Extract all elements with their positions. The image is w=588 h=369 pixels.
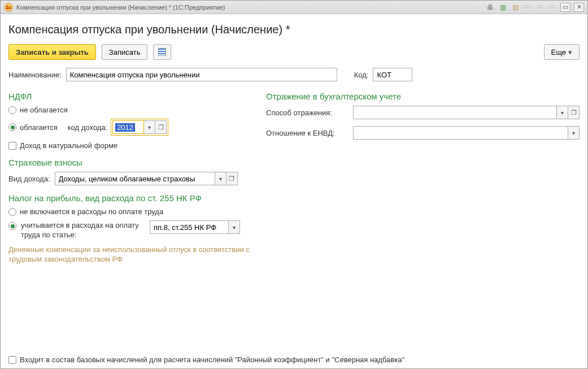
ndfl-taxed-row[interactable]: облагается код дохода: 2012 ▾ [8, 119, 251, 136]
natural-income-row[interactable]: Доход в натуральной форме [8, 141, 251, 150]
dropdown-button[interactable]: ▾ [215, 172, 227, 185]
open-button[interactable] [568, 106, 580, 119]
columns: НДФЛ не облагается облагается код дохода… [8, 89, 580, 264]
profit-included-label: учитывается в расходах на оплату труда п… [21, 220, 145, 240]
checkbox-icon [8, 142, 16, 150]
envd-input[interactable] [353, 126, 568, 140]
m-icon[interactable]: M [535, 3, 545, 12]
insurance-heading: Страховые взносы [8, 158, 251, 167]
checkbox-icon [8, 356, 16, 364]
ndfl-heading: НДФЛ [8, 92, 251, 101]
titlebar-text: Компенсация отпуска при увольнении (Начи… [16, 4, 225, 11]
toolbar: Записать и закрыть Записать Еще [8, 44, 580, 60]
page-title: Компенсация отпуска при увольнении (Начи… [8, 23, 580, 36]
code-input[interactable] [373, 68, 412, 81]
dropdown-button[interactable]: ▾ [557, 106, 568, 119]
m-plus-icon[interactable]: M+ [523, 3, 532, 12]
ndfl-taxed-label: облагается [20, 123, 58, 132]
accounting-heading: Отражение в бухгалтерском учете [266, 92, 580, 101]
ndfl-not-taxed-row[interactable]: не облагается [8, 106, 251, 114]
name-row: Наименование: Код: [8, 68, 580, 81]
envd-label: Отношение к ЕНВД: [266, 129, 349, 137]
profit-not-included-row[interactable]: не включается в расходы по оплате труда [8, 207, 251, 216]
window-maximize-button[interactable]: ▭ [560, 3, 570, 12]
natural-income-label: Доход в натуральной форме [20, 141, 117, 150]
footer-check-label: Входит в состав базовых начислений для р… [20, 355, 404, 364]
profit-not-included-label: не включается в расходы по оплате труда [20, 207, 163, 216]
window-close-button[interactable]: ✕ [574, 3, 584, 12]
method-label: Способ отражения: [266, 108, 349, 117]
code-label: Код: [354, 71, 369, 79]
save-button[interactable]: Записать [102, 44, 148, 60]
footer-check-row[interactable]: Входит в состав базовых начислений для р… [8, 350, 580, 364]
more-button[interactable]: Еще [544, 44, 580, 60]
envd-row: Отношение к ЕНВД: ▾ [266, 126, 580, 140]
m-minus-icon[interactable]: M- [548, 3, 557, 12]
open-button[interactable] [227, 172, 238, 185]
name-input[interactable] [66, 68, 337, 81]
left-column: НДФЛ не облагается облагается код дохода… [8, 89, 251, 264]
titlebar: 1c Компенсация отпуска при увольнении (Н… [1, 1, 587, 14]
profit-tax-heading: Налог на прибыль, вид расхода по ст. 255… [8, 193, 251, 203]
method-row: Способ отражения: ▾ [266, 106, 580, 119]
method-input[interactable] [353, 106, 557, 119]
radio-icon [8, 106, 16, 114]
dropdown-button[interactable]: ▾ [568, 126, 580, 140]
print-icon[interactable]: 🖶 [486, 3, 495, 12]
calculator-icon[interactable]: ▦ [498, 3, 507, 12]
name-label: Наименование: [8, 71, 62, 79]
radio-icon [8, 208, 16, 216]
content-area: Компенсация отпуска при увольнении (Начи… [1, 14, 587, 368]
income-type-input[interactable] [55, 172, 215, 185]
article-combo: ▾ [150, 220, 240, 234]
list-button[interactable] [153, 44, 171, 60]
titlebar-controls: 🖶 ▦ ▤ M+ M M- ▭ ✕ [486, 3, 584, 12]
method-combo: ▾ [353, 106, 580, 119]
profit-included-row[interactable]: учитывается в расходах на оплату труда п… [8, 220, 251, 240]
radio-checked-icon [8, 123, 16, 131]
dropdown-button[interactable]: ▾ [229, 220, 240, 234]
income-code-input[interactable]: 2012 [112, 120, 144, 134]
app-window: 1c Компенсация отпуска при увольнении (Н… [0, 0, 588, 369]
article-input[interactable] [150, 220, 229, 234]
income-type-label: Вид дохода: [8, 175, 50, 183]
save-and-close-button[interactable]: Записать и закрыть [8, 44, 96, 60]
right-column: Отражение в бухгалтерском учете Способ о… [266, 89, 580, 264]
open-button[interactable] [155, 120, 167, 134]
income-type-row: Вид дохода: ▾ [8, 172, 251, 185]
calendar-icon[interactable]: ▤ [511, 3, 520, 12]
ndfl-not-taxed-label: не облагается [20, 106, 68, 114]
dropdown-button[interactable]: ▾ [144, 120, 155, 134]
income-type-combo: ▾ [55, 172, 238, 185]
income-code-label: код дохода: [68, 123, 107, 132]
app-logo-icon: 1c [4, 3, 13, 12]
list-icon [158, 48, 166, 56]
profit-hint: Денежные компенсации за неиспользованный… [8, 245, 251, 264]
radio-checked-icon [8, 222, 16, 230]
envd-combo: ▾ [353, 126, 580, 140]
income-code-group: 2012 ▾ [111, 119, 168, 136]
